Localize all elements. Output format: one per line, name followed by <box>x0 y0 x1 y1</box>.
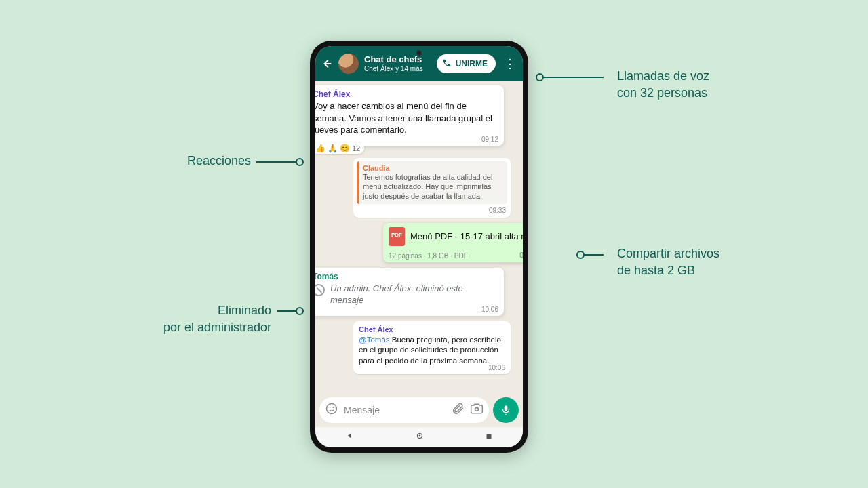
reaction-emoji: 👍 <box>315 144 326 153</box>
callout-deleted-l1: Eliminado <box>102 302 271 319</box>
emoji-icon[interactable] <box>325 402 338 418</box>
chat-title: Chat de chefs <box>364 55 431 64</box>
join-label: UNIRME <box>456 59 488 68</box>
deleted-text: Un admin. Chef Álex, eliminó este mensaj… <box>330 283 498 306</box>
svg-point-3 <box>333 407 334 409</box>
android-nav-bar <box>315 427 523 447</box>
file-name: Menú PDF - 15-17 abril alta res <box>410 231 523 241</box>
nav-recent-icon[interactable] <box>485 431 493 443</box>
chat-title-block[interactable]: Chat de chefs Chef Álex y 14 más <box>364 55 431 72</box>
callout-voice-l2: con 32 personas <box>617 85 787 102</box>
message-bubble[interactable]: Claudia Tenemos fotografías de alta cali… <box>353 158 511 218</box>
back-icon[interactable] <box>319 57 333 70</box>
reaction-count: 12 <box>352 144 360 152</box>
callout-reactions: Reacciones <box>187 154 251 167</box>
message-bubble[interactable]: Chef Álex Voy a hacer cambios al menú de… <box>315 85 504 146</box>
message-time: 09:34 <box>519 251 523 259</box>
reaction-emoji: 😊 <box>340 144 350 153</box>
nav-home-icon[interactable] <box>415 431 425 443</box>
group-avatar[interactable] <box>338 54 359 74</box>
mic-button[interactable] <box>493 397 519 423</box>
chat-subtitle: Chef Álex y 14 más <box>364 65 431 73</box>
lead-line <box>277 310 297 312</box>
phone-frame: Chat de chefs Chef Álex y 14 más UNIRME … <box>310 41 528 453</box>
attach-icon[interactable] <box>451 402 465 418</box>
camera-icon[interactable] <box>470 402 484 418</box>
callout-voice-l1: Llamadas de voz <box>617 68 787 85</box>
prohibited-icon <box>315 284 325 296</box>
phone-screen: Chat de chefs Chef Álex y 14 más UNIRME … <box>315 46 523 447</box>
mention[interactable]: @Tomás <box>359 336 390 344</box>
input-placeholder: Mensaje <box>344 405 446 415</box>
message-text: @Tomás Buena pregunta, pero escríbelo en… <box>359 335 505 367</box>
callout-deleted-l2: por el administrador <box>102 319 271 336</box>
quote-sender: Claudia <box>363 164 503 172</box>
pdf-file-icon <box>389 227 405 246</box>
lead-line <box>583 254 604 256</box>
chat-body: Chef Álex Voy a hacer cambios al menú de… <box>315 81 523 393</box>
message-text: Voy a hacer cambios al menú del fin de s… <box>315 100 498 136</box>
svg-point-2 <box>330 407 331 409</box>
reactions-pill[interactable]: 👍 🙏 😊 12 <box>315 143 364 154</box>
message-bubble[interactable]: Chef Álex @Tomás Buena pregunta, pero es… <box>353 321 511 375</box>
svg-rect-6 <box>486 434 491 439</box>
phone-icon <box>442 58 452 70</box>
lead-line <box>256 161 297 163</box>
nav-back-icon[interactable] <box>345 431 355 443</box>
quoted-message[interactable]: Claudia Tenemos fotografías de alta cali… <box>357 161 507 204</box>
sender-name: Chef Álex <box>359 325 505 333</box>
message-time: 09:12 <box>481 136 498 143</box>
sender-name: Chef Álex <box>315 89 498 99</box>
message-time: 09:33 <box>357 207 507 214</box>
composer: Mensaje <box>315 393 523 427</box>
chat-header: Chat de chefs Chef Álex y 14 más UNIRME … <box>315 46 523 81</box>
message-time: 10:06 <box>481 306 498 313</box>
file-message-bubble[interactable]: Menú PDF - 15-17 abril alta res 12 págin… <box>383 223 523 262</box>
message-input[interactable]: Mensaje <box>319 397 489 423</box>
quote-text: Tenemos fotografías de alta calidad del … <box>363 172 503 201</box>
menu-dots-icon[interactable]: ⋮ <box>501 56 519 71</box>
reaction-emoji: 🙏 <box>328 144 338 153</box>
svg-point-1 <box>327 404 337 414</box>
callout-files-l2: de hasta 2 GB <box>617 262 787 279</box>
lead-line <box>542 77 604 78</box>
callout-files-l1: Compartir archivos <box>617 245 787 262</box>
svg-point-5 <box>419 435 421 437</box>
message-time: 10:06 <box>488 364 505 371</box>
deleted-message-bubble[interactable]: Tomás Un admin. Chef Álex, eliminó este … <box>315 268 504 316</box>
join-call-button[interactable]: UNIRME <box>437 54 496 73</box>
sender-name: Tomás <box>315 272 498 281</box>
file-meta: 12 páginas · 1,8 GB · PDF <box>389 252 468 260</box>
